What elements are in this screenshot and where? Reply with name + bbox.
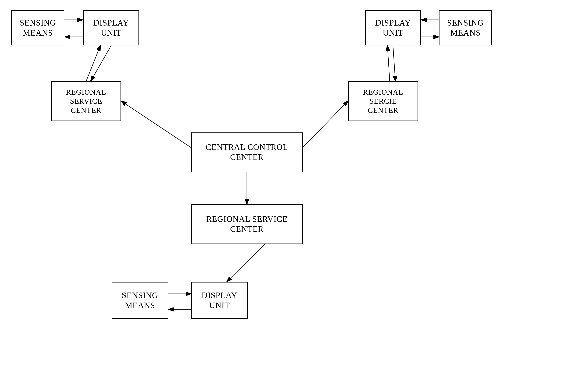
svg-line-8 bbox=[387, 46, 390, 81]
display-unit-bottom: DISPLAYUNIT bbox=[191, 282, 248, 319]
diagram-container: SENSINGMEANS DISPLAYUNIT DISPLAYUNIT SEN… bbox=[0, 0, 588, 386]
svg-line-9 bbox=[122, 101, 191, 148]
regional-sercie-center-right: REGIONAL SERCIECENTER bbox=[348, 81, 418, 121]
regional-service-center-bottom: REGIONAL SERVICECENTER bbox=[191, 204, 303, 244]
display-unit-top-left: DISPLAYUNIT bbox=[83, 10, 139, 45]
regional-service-center-left: REGIONAL SERVICECENTER bbox=[51, 81, 121, 121]
arrows-svg bbox=[0, 0, 588, 386]
sensing-means-top-left: SENSINGMEANS bbox=[11, 10, 64, 45]
svg-line-10 bbox=[303, 101, 348, 148]
svg-line-12 bbox=[227, 244, 265, 281]
display-unit-top-right: DISPLAYUNIT bbox=[365, 10, 421, 45]
svg-line-3 bbox=[91, 45, 111, 81]
svg-line-4 bbox=[86, 46, 100, 81]
central-control-center: CENTRAL CONTROLCENTER bbox=[191, 132, 303, 172]
sensing-means-bottom: SENSINGMEANS bbox=[112, 282, 168, 319]
sensing-means-top-right: SENSINGMEANS bbox=[439, 10, 492, 45]
svg-line-7 bbox=[393, 45, 395, 81]
